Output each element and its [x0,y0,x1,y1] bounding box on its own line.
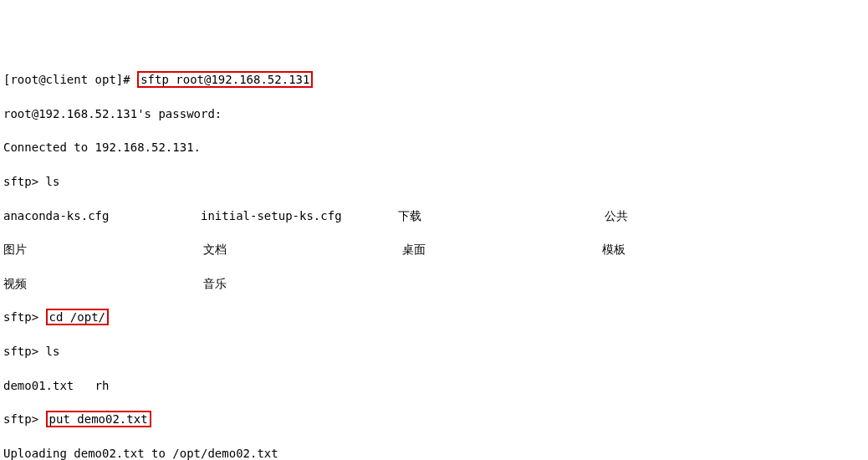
terminal-line-8: sftp> cd /opt/ [3,309,865,325]
terminal-line-1: [root@client opt]# sftp root@192.168.52.… [3,71,865,88]
prompt: sftp> [3,310,46,324]
terminal-line-6: 图片 文档 桌面 模板 [3,241,865,258]
prompt: [root@client opt]# [3,73,137,86]
highlighted-command-put: put demo02.txt [46,411,151,427]
highlighted-command-cd: cd /opt/ [46,309,109,325]
terminal-line-4: sftp> ls [3,173,865,190]
terminal-line-11: sftp> put demo02.txt [3,411,865,427]
terminal-line-3: Connected to 192.168.52.131. [3,139,865,156]
terminal-line-5: anaconda-ks.cfg initial-setup-ks.cfg 下载 … [3,207,865,224]
highlighted-command-sftp: sftp root@192.168.52.131 [137,71,313,88]
terminal-line-10: demo01.txt rh [3,377,865,394]
terminal-line-2: root@192.168.52.131's password: [3,105,865,122]
prompt: sftp> [3,412,46,426]
terminal-line-7: 视频 音乐 [3,275,865,292]
terminal-line-12: Uploading demo02.txt to /opt/demo02.txt [3,445,865,460]
terminal-line-9: sftp> ls [3,343,865,360]
